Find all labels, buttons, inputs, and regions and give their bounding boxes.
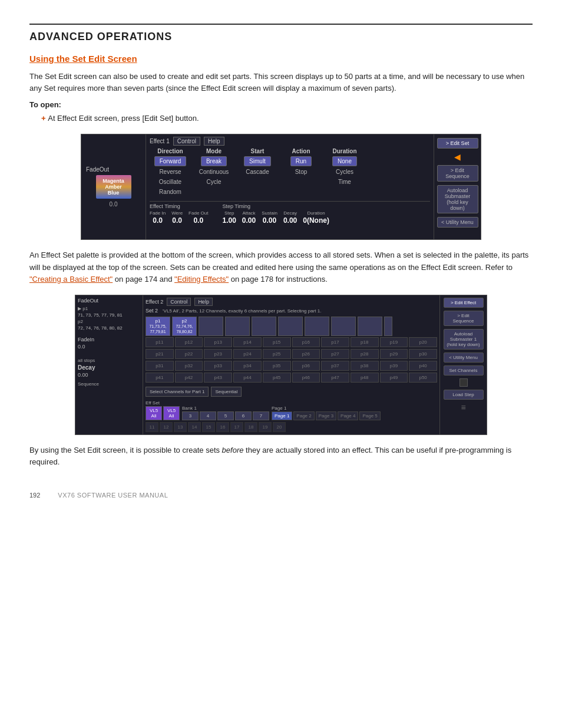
- bank-5[interactable]: 5: [217, 411, 234, 420]
- pg-p23[interactable]: p23: [204, 349, 232, 359]
- pg-p39[interactable]: p39: [380, 361, 408, 371]
- ss2-edit-seq-btn[interactable]: > Edit Sequence: [444, 311, 484, 326]
- ss2-set-channels-btn[interactable]: Set Channels: [444, 365, 484, 375]
- pg-p22[interactable]: p22: [175, 349, 203, 359]
- pg-p12[interactable]: p12: [175, 337, 203, 347]
- utility-btn[interactable]: < Utility Menu: [437, 217, 478, 228]
- ss2-autoload-btn[interactable]: Autoload Submaster 1 (hold key down): [444, 329, 484, 350]
- edit-seq-btn[interactable]: > Edit Sequence: [437, 165, 478, 182]
- edit-set-btn[interactable]: > Edit Set: [437, 138, 478, 149]
- simult-btn[interactable]: Simult: [244, 156, 271, 166]
- ss2-utility-btn[interactable]: < Utility Menu: [444, 353, 484, 363]
- pg-p36[interactable]: p36: [292, 361, 320, 371]
- bank-4[interactable]: 4: [200, 411, 216, 420]
- vl5-all-btn-1[interactable]: VL5All: [146, 406, 162, 420]
- pg-p11[interactable]: p11: [146, 337, 174, 347]
- en-12[interactable]: 12: [160, 422, 173, 432]
- oscillate-btn[interactable]: Oscillate: [154, 177, 186, 186]
- menu-control[interactable]: Control: [173, 137, 200, 146]
- stop-btn[interactable]: Stop: [290, 167, 312, 176]
- pg-p24[interactable]: p24: [233, 349, 262, 359]
- pg-p49[interactable]: p49: [380, 373, 408, 383]
- pg-p40[interactable]: p40: [409, 361, 437, 371]
- pg-p33[interactable]: p33: [204, 361, 232, 371]
- random-btn[interactable]: Random: [154, 187, 186, 196]
- en-11[interactable]: 11: [146, 422, 158, 432]
- vl5-all-btn-2[interactable]: VL5All: [163, 406, 180, 420]
- page-3-btn[interactable]: Page 3: [316, 411, 336, 420]
- pg-p31[interactable]: p31: [146, 361, 174, 371]
- link-1[interactable]: "Creating a Basic Effect": [29, 275, 113, 284]
- select-channels-btn[interactable]: Select Channels for Part 1: [146, 387, 209, 397]
- autoload-btn[interactable]: Autoload Submaster (hold key down): [437, 185, 478, 213]
- pg-p18[interactable]: p18: [351, 337, 379, 347]
- pg-p48[interactable]: p48: [351, 373, 379, 383]
- cascade-btn[interactable]: Cascade: [241, 167, 273, 176]
- time-btn[interactable]: Time: [333, 177, 356, 186]
- pg-p17[interactable]: p17: [321, 337, 349, 347]
- en-16[interactable]: 16: [216, 422, 229, 432]
- pg-p13[interactable]: p13: [204, 337, 232, 347]
- pg-p50[interactable]: p50: [409, 373, 437, 383]
- pg-p46[interactable]: p46: [292, 373, 320, 383]
- pg-p41[interactable]: p41: [146, 373, 174, 383]
- pg-p20[interactable]: p20: [409, 337, 437, 347]
- link-2[interactable]: "Editing Effects": [174, 275, 229, 284]
- bank-6[interactable]: 6: [235, 411, 252, 420]
- to-open-label: To open:: [29, 100, 533, 109]
- en-15[interactable]: 15: [202, 422, 215, 432]
- break-btn[interactable]: Break: [201, 156, 227, 166]
- page-5-btn[interactable]: Page 5: [359, 411, 380, 420]
- en-20[interactable]: 20: [273, 422, 286, 432]
- continuous-btn[interactable]: Continuous: [194, 167, 234, 176]
- en-19[interactable]: 19: [259, 422, 272, 432]
- pg-p35[interactable]: p35: [263, 361, 291, 371]
- pg-p30[interactable]: p30: [409, 349, 437, 359]
- pg-p32[interactable]: p32: [175, 361, 203, 371]
- sequential-btn[interactable]: Sequential: [211, 387, 242, 397]
- pg-p27[interactable]: p27: [321, 349, 349, 359]
- page-1-btn[interactable]: Page 1: [272, 411, 292, 420]
- en-13[interactable]: 13: [174, 422, 187, 432]
- part-p2[interactable]: p272,74,76,78,80,82: [172, 317, 197, 336]
- bank-7[interactable]: 7: [253, 411, 269, 420]
- none-btn[interactable]: None: [332, 156, 357, 166]
- pg-p47[interactable]: p47: [321, 373, 349, 383]
- pg-p26[interactable]: p26: [292, 349, 320, 359]
- cycles-btn[interactable]: Cycles: [331, 167, 358, 176]
- pg-p15[interactable]: p15: [263, 337, 291, 347]
- en-14[interactable]: 14: [188, 422, 201, 432]
- bank-group: Bank 1 3 4 5 6 7: [182, 406, 269, 420]
- page-2-btn[interactable]: Page 2: [293, 411, 314, 420]
- pg-p37[interactable]: p37: [321, 361, 349, 371]
- page-4-btn[interactable]: Page 4: [338, 411, 358, 420]
- ss2-edit-effect-btn[interactable]: > Edit Effect: [444, 298, 484, 308]
- pg-p21[interactable]: p21: [146, 349, 174, 359]
- pg-p44[interactable]: p44: [233, 373, 262, 383]
- ss2-menu-control[interactable]: Control: [167, 298, 191, 306]
- pg-p28[interactable]: p28: [351, 349, 379, 359]
- cycle-btn[interactable]: Cycle: [201, 177, 226, 186]
- pg-p19[interactable]: p19: [380, 337, 408, 347]
- bank-3[interactable]: 3: [182, 411, 199, 420]
- pg-p38[interactable]: p38: [351, 361, 379, 371]
- menu-help[interactable]: Help: [204, 137, 224, 146]
- start-header: Start: [251, 148, 265, 154]
- pg-p34[interactable]: p34: [233, 361, 262, 371]
- pg-p14[interactable]: p14: [233, 337, 262, 347]
- ss2-effect-label: Effect 2: [146, 299, 163, 305]
- pg-p29[interactable]: p29: [380, 349, 408, 359]
- en-17[interactable]: 17: [230, 422, 243, 432]
- pg-p16[interactable]: p16: [292, 337, 320, 347]
- en-18[interactable]: 18: [244, 422, 257, 432]
- pg-p45[interactable]: p45: [263, 373, 291, 383]
- reverse-btn[interactable]: Reverse: [154, 167, 186, 176]
- forward-btn[interactable]: Forward: [154, 156, 187, 166]
- ss2-menu-help[interactable]: Help: [194, 298, 213, 306]
- run-btn[interactable]: Run: [290, 156, 312, 166]
- pg-p42[interactable]: p42: [175, 373, 203, 383]
- part-p1[interactable]: p171,73,75,77,79,81: [146, 317, 170, 336]
- pg-p25[interactable]: p25: [263, 349, 291, 359]
- ss2-load-step-btn[interactable]: Load Step: [444, 390, 484, 400]
- pg-p43[interactable]: p43: [204, 373, 232, 383]
